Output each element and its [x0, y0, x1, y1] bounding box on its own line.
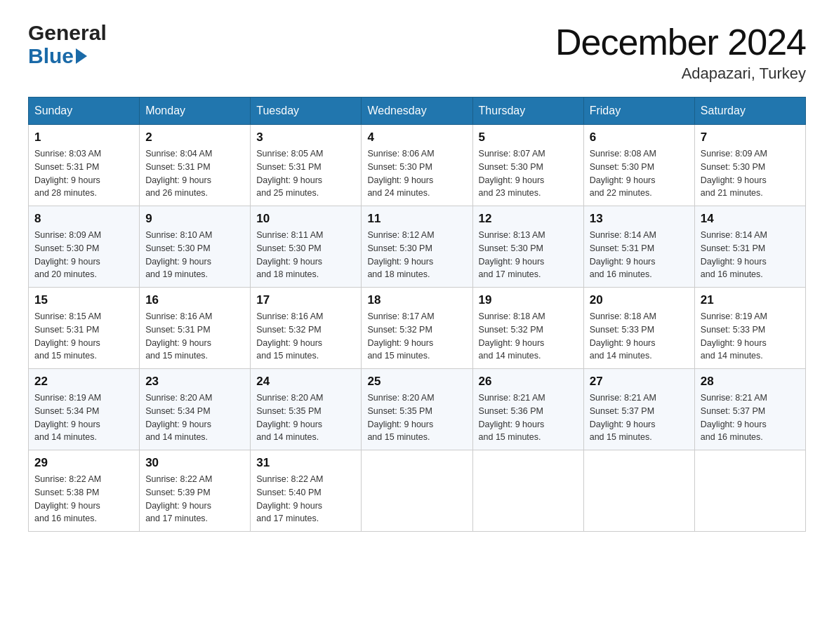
day-number: 9: [145, 212, 244, 226]
day-info: Sunrise: 8:20 AMSunset: 5:35 PMDaylight:…: [256, 391, 355, 444]
day-number: 5: [479, 130, 578, 145]
week-row: 1Sunrise: 8:03 AMSunset: 5:31 PMDaylight…: [29, 125, 806, 206]
day-number: 4: [367, 130, 466, 145]
day-info: Sunrise: 8:21 AMSunset: 5:36 PMDaylight:…: [479, 391, 578, 444]
day-info: Sunrise: 8:21 AMSunset: 5:37 PMDaylight:…: [590, 391, 689, 444]
week-row: 15Sunrise: 8:15 AMSunset: 5:31 PMDayligh…: [29, 288, 806, 369]
day-number: 10: [256, 212, 355, 226]
day-number: 17: [256, 293, 355, 307]
day-info: Sunrise: 8:19 AMSunset: 5:34 PMDaylight:…: [34, 391, 133, 444]
header-cell-wednesday: Wednesday: [362, 98, 472, 125]
day-cell: 27Sunrise: 8:21 AMSunset: 5:37 PMDayligh…: [583, 369, 694, 450]
day-cell: 3Sunrise: 8:05 AMSunset: 5:31 PMDaylight…: [251, 125, 362, 206]
day-cell: 30Sunrise: 8:22 AMSunset: 5:39 PMDayligh…: [140, 450, 251, 532]
day-cell: 22Sunrise: 8:19 AMSunset: 5:34 PMDayligh…: [29, 369, 140, 450]
day-info: Sunrise: 8:19 AMSunset: 5:33 PMDaylight:…: [701, 310, 800, 363]
day-number: 30: [145, 456, 244, 470]
calendar-body: 1Sunrise: 8:03 AMSunset: 5:31 PMDaylight…: [29, 125, 806, 532]
day-cell: 9Sunrise: 8:10 AMSunset: 5:30 PMDaylight…: [140, 206, 251, 288]
day-cell: [472, 450, 583, 532]
day-number: 11: [367, 212, 466, 226]
day-cell: 31Sunrise: 8:22 AMSunset: 5:40 PMDayligh…: [251, 450, 362, 532]
header-cell-thursday: Thursday: [472, 98, 583, 125]
calendar-table: SundayMondayTuesdayWednesdayThursdayFrid…: [28, 97, 806, 532]
day-cell: 2Sunrise: 8:04 AMSunset: 5:31 PMDaylight…: [140, 125, 251, 206]
day-number: 20: [590, 293, 689, 307]
day-cell: 26Sunrise: 8:21 AMSunset: 5:36 PMDayligh…: [472, 369, 583, 450]
day-info: Sunrise: 8:15 AMSunset: 5:31 PMDaylight:…: [34, 310, 133, 363]
day-info: Sunrise: 8:12 AMSunset: 5:30 PMDaylight:…: [367, 229, 466, 281]
day-cell: 24Sunrise: 8:20 AMSunset: 5:35 PMDayligh…: [251, 369, 362, 450]
day-number: 22: [34, 375, 133, 389]
header-cell-sunday: Sunday: [29, 98, 140, 125]
day-info: Sunrise: 8:20 AMSunset: 5:35 PMDaylight:…: [367, 391, 466, 444]
day-number: 12: [479, 212, 578, 226]
day-cell: 15Sunrise: 8:15 AMSunset: 5:31 PMDayligh…: [29, 288, 140, 369]
day-cell: 18Sunrise: 8:17 AMSunset: 5:32 PMDayligh…: [362, 288, 472, 369]
day-number: 1: [34, 130, 133, 145]
day-info: Sunrise: 8:10 AMSunset: 5:30 PMDaylight:…: [145, 229, 244, 281]
day-number: 26: [479, 375, 578, 389]
day-number: 15: [34, 293, 133, 307]
day-cell: 6Sunrise: 8:08 AMSunset: 5:30 PMDaylight…: [583, 125, 694, 206]
week-row: 22Sunrise: 8:19 AMSunset: 5:34 PMDayligh…: [29, 369, 806, 450]
day-info: Sunrise: 8:05 AMSunset: 5:31 PMDaylight:…: [256, 147, 355, 200]
day-info: Sunrise: 8:22 AMSunset: 5:38 PMDaylight:…: [34, 473, 133, 525]
day-cell: 21Sunrise: 8:19 AMSunset: 5:33 PMDayligh…: [694, 288, 805, 369]
logo-general-text: General: [28, 21, 107, 44]
day-cell: 25Sunrise: 8:20 AMSunset: 5:35 PMDayligh…: [362, 369, 472, 450]
day-cell: 13Sunrise: 8:14 AMSunset: 5:31 PMDayligh…: [583, 206, 694, 288]
day-cell: [583, 450, 694, 532]
month-title: December 2024: [555, 21, 806, 63]
day-info: Sunrise: 8:09 AMSunset: 5:30 PMDaylight:…: [701, 147, 800, 200]
day-number: 7: [701, 130, 800, 145]
day-info: Sunrise: 8:18 AMSunset: 5:33 PMDaylight:…: [590, 310, 689, 363]
day-number: 31: [256, 456, 355, 470]
day-number: 19: [479, 293, 578, 307]
week-row: 29Sunrise: 8:22 AMSunset: 5:38 PMDayligh…: [29, 450, 806, 532]
day-info: Sunrise: 8:22 AMSunset: 5:39 PMDaylight:…: [145, 473, 244, 525]
location: Adapazari, Turkey: [555, 65, 806, 83]
day-number: 2: [145, 130, 244, 145]
day-info: Sunrise: 8:20 AMSunset: 5:34 PMDaylight:…: [145, 391, 244, 444]
header-cell-monday: Monday: [140, 98, 251, 125]
day-info: Sunrise: 8:13 AMSunset: 5:30 PMDaylight:…: [479, 229, 578, 281]
day-cell: 29Sunrise: 8:22 AMSunset: 5:38 PMDayligh…: [29, 450, 140, 532]
day-number: 14: [701, 212, 800, 226]
header-cell-tuesday: Tuesday: [251, 98, 362, 125]
day-cell: 20Sunrise: 8:18 AMSunset: 5:33 PMDayligh…: [583, 288, 694, 369]
day-cell: 16Sunrise: 8:16 AMSunset: 5:31 PMDayligh…: [140, 288, 251, 369]
day-info: Sunrise: 8:06 AMSunset: 5:30 PMDaylight:…: [367, 147, 466, 200]
day-cell: 19Sunrise: 8:18 AMSunset: 5:32 PMDayligh…: [472, 288, 583, 369]
day-info: Sunrise: 8:11 AMSunset: 5:30 PMDaylight:…: [256, 229, 355, 281]
week-row: 8Sunrise: 8:09 AMSunset: 5:30 PMDaylight…: [29, 206, 806, 288]
day-number: 18: [367, 293, 466, 307]
day-cell: 7Sunrise: 8:09 AMSunset: 5:30 PMDaylight…: [694, 125, 805, 206]
day-info: Sunrise: 8:09 AMSunset: 5:30 PMDaylight:…: [34, 229, 133, 281]
day-cell: 8Sunrise: 8:09 AMSunset: 5:30 PMDaylight…: [29, 206, 140, 288]
day-info: Sunrise: 8:16 AMSunset: 5:32 PMDaylight:…: [256, 310, 355, 363]
day-number: 21: [701, 293, 800, 307]
day-cell: 11Sunrise: 8:12 AMSunset: 5:30 PMDayligh…: [362, 206, 472, 288]
day-cell: 1Sunrise: 8:03 AMSunset: 5:31 PMDaylight…: [29, 125, 140, 206]
day-number: 6: [590, 130, 689, 145]
day-cell: 12Sunrise: 8:13 AMSunset: 5:30 PMDayligh…: [472, 206, 583, 288]
day-cell: 17Sunrise: 8:16 AMSunset: 5:32 PMDayligh…: [251, 288, 362, 369]
day-number: 28: [701, 375, 800, 389]
day-info: Sunrise: 8:04 AMSunset: 5:31 PMDaylight:…: [145, 147, 244, 200]
day-number: 8: [34, 212, 133, 226]
day-info: Sunrise: 8:03 AMSunset: 5:31 PMDaylight:…: [34, 147, 133, 200]
day-number: 29: [34, 456, 133, 470]
day-cell: 14Sunrise: 8:14 AMSunset: 5:31 PMDayligh…: [694, 206, 805, 288]
day-info: Sunrise: 8:07 AMSunset: 5:30 PMDaylight:…: [479, 147, 578, 200]
header-cell-friday: Friday: [583, 98, 694, 125]
logo-arrow-icon: [76, 48, 87, 64]
day-cell: 23Sunrise: 8:20 AMSunset: 5:34 PMDayligh…: [140, 369, 251, 450]
day-number: 16: [145, 293, 244, 307]
day-info: Sunrise: 8:18 AMSunset: 5:32 PMDaylight:…: [479, 310, 578, 363]
header-cell-saturday: Saturday: [694, 98, 805, 125]
title-area: December 2024 Adapazari, Turkey: [555, 21, 806, 83]
day-cell: 28Sunrise: 8:21 AMSunset: 5:37 PMDayligh…: [694, 369, 805, 450]
day-number: 13: [590, 212, 689, 226]
day-cell: 5Sunrise: 8:07 AMSunset: 5:30 PMDaylight…: [472, 125, 583, 206]
